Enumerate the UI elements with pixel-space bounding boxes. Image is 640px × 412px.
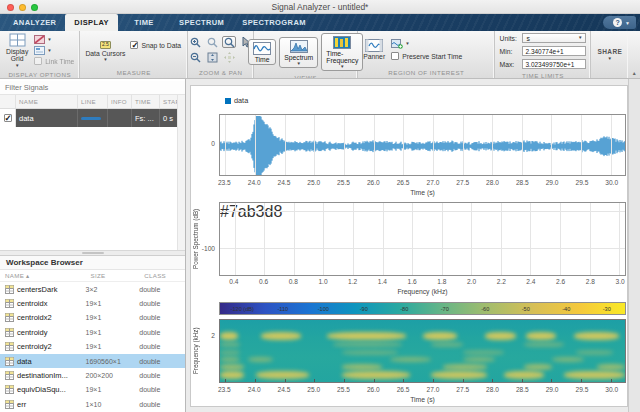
panner-button[interactable]: Panner	[363, 39, 385, 60]
tab-time[interactable]: TIME	[118, 14, 170, 31]
section-label: VIEWS	[254, 73, 357, 78]
workspace-column-header-size[interactable]: SIZE	[86, 270, 140, 281]
workspace-row-centersDark[interactable]: centersDark3×2double	[0, 282, 185, 296]
gridline	[412, 203, 413, 275]
snap-to-data-checkbox[interactable]: Snap to Data	[130, 41, 181, 49]
matrix-icon	[5, 313, 14, 322]
time-view-toggle[interactable]: Time	[248, 39, 276, 65]
workspace-row-centroidy[interactable]: centroidy19×1double	[0, 325, 185, 339]
column-header-info[interactable]: INFO	[108, 95, 132, 108]
column-header-time[interactable]: TIME	[132, 95, 160, 108]
share-button[interactable]: SHARE ▼	[591, 31, 628, 78]
spectrogram-x-ticks: 23.524.024.525.025.526.026.527.027.528.0…	[219, 386, 626, 395]
tab-display[interactable]: DISPLAY	[65, 14, 118, 31]
plot-region-scrollbar[interactable]	[628, 79, 640, 412]
workspace-row-centroidy2[interactable]: centroidy219×1double	[0, 340, 185, 354]
spectrogram-ylabel: Frequency (kHz)	[192, 319, 199, 383]
line-properties-button[interactable]: ▼	[34, 35, 74, 44]
x-tick-label: 24.0	[248, 179, 261, 186]
zoom-window-button[interactable]	[31, 4, 38, 11]
colorbar-label: -50	[522, 303, 530, 314]
x-tick-label: 2.8	[586, 278, 595, 285]
gridline	[581, 115, 582, 175]
workspace-row-err[interactable]: err1×10double	[0, 397, 185, 411]
spectrogram-band	[423, 332, 457, 340]
spectrogram-band	[220, 342, 240, 347]
workspace-column-header-name[interactable]: NAME ▴	[0, 270, 86, 281]
tab-spectrogram[interactable]: SPECTROGRAM	[233, 14, 315, 31]
spectrogram-band	[220, 357, 240, 363]
zoom-in-button[interactable]	[188, 36, 202, 48]
column-header-name[interactable]: NAME	[16, 95, 78, 108]
link-time-checkbox[interactable]: Link Time	[34, 57, 74, 65]
preserve-start-time-checkbox[interactable]: Preserve Start Time	[391, 52, 462, 60]
workspace-row-centroidx[interactable]: centroidx19×1double	[0, 296, 185, 310]
tick-mark	[463, 379, 464, 382]
data-cursors-icon: 2.5	[100, 41, 111, 49]
chevron-down-icon: ▼	[47, 49, 51, 53]
help-button[interactable]: ? ▼	[603, 16, 636, 29]
time-x-ticks: 23.524.024.525.025.526.026.527.027.528.0…	[219, 179, 626, 188]
x-tick-label: 26.5	[397, 179, 410, 186]
display-grid-button[interactable]: Display Grid ▼	[5, 33, 29, 68]
collapse-toolstrip-button[interactable]: ▲	[628, 31, 640, 78]
signal-table-header: NAMELINEINFOTIMESTART	[0, 95, 185, 109]
legend-button[interactable]: ▼	[34, 46, 74, 55]
signal-visible-checkbox[interactable]	[0, 109, 16, 127]
section-label: ZOOM & PAN	[188, 68, 253, 78]
gridline	[220, 248, 625, 249]
section-label: TIME LIMITS	[495, 71, 590, 78]
x-tick-label: 29.5	[575, 386, 588, 393]
workspace-row-centroidx2[interactable]: centroidx219×1double	[0, 311, 185, 325]
time-frequency-view-toggle[interactable]: Time-Frequency ▼	[321, 33, 363, 71]
spectrogram-band	[431, 342, 463, 347]
workspace-row-destinationIm[interactable]: destinationIm...200×200double	[0, 368, 185, 382]
filter-signals-input[interactable]: Filter Signals	[0, 81, 185, 95]
workspace-browser-title: Workspace Browser	[0, 256, 185, 270]
spectrum-view-icon	[290, 40, 308, 53]
spectrogram-band	[220, 332, 238, 340]
display-card: data 0 23.524.024.525.025.526.026.527.02…	[190, 85, 628, 407]
titlebar: Signal Analyzer - untitled*	[0, 0, 640, 14]
spectrogram-band	[552, 357, 584, 363]
close-window-button[interactable]	[7, 4, 14, 11]
gridline	[560, 203, 561, 275]
column-header-line[interactable]: LINE	[78, 95, 108, 108]
spectrogram-plot[interactable]	[219, 319, 626, 383]
minimize-window-button[interactable]	[19, 4, 26, 11]
spectrogram-band	[220, 364, 244, 370]
max-time-input[interactable]	[522, 59, 586, 69]
tab-spectrum[interactable]: SPECTRUM	[170, 14, 233, 31]
units-label: Units:	[499, 35, 519, 42]
fit-to-view-button[interactable]	[205, 51, 219, 63]
spectrum-view-toggle[interactable]: Spectrum ▼	[279, 37, 318, 68]
x-tick-label: 1.2	[348, 278, 357, 285]
data-cursors-button[interactable]: 2.5 Data Cursors ▼	[85, 41, 125, 62]
x-tick-label: 27.0	[427, 386, 440, 393]
gridline	[522, 115, 523, 175]
workspace-row-equivDiaSqu[interactable]: equivDiaSqu...19×1double	[0, 383, 185, 397]
spectrum-plot[interactable]: #7ab3d8	[219, 202, 626, 276]
zoom-xy-button[interactable]	[222, 36, 236, 48]
zoom-x-button[interactable]	[205, 36, 219, 48]
extract-signal-button[interactable]: ▼	[391, 39, 409, 49]
matrix-icon	[5, 342, 14, 351]
zoom-out-button[interactable]	[188, 51, 202, 63]
min-time-input[interactable]	[522, 46, 586, 56]
time-y-tick: 0	[193, 140, 215, 147]
chevron-down-icon: ▼	[405, 42, 409, 46]
matrix-icon	[5, 400, 14, 409]
spectrum-x-ticks: 0.40.60.81.01.21.41.61.82.02.22.42.62.83…	[219, 278, 626, 287]
colorbar-label: -110	[277, 303, 288, 314]
time-plot[interactable]	[219, 114, 626, 176]
pan-button[interactable]	[222, 51, 236, 63]
gridline	[619, 203, 620, 275]
units-select[interactable]: s ▼	[522, 33, 586, 43]
workspace-row-data[interactable]: data1690560×1double	[0, 354, 185, 368]
workspace-column-header-class[interactable]: CLASS	[139, 270, 185, 281]
signal-table-row[interactable]: dataFs: ...0 s	[0, 109, 185, 127]
chevron-down-icon: ▼	[340, 65, 344, 69]
gridline	[374, 115, 375, 175]
tab-analyzer[interactable]: ANALYZER	[4, 14, 65, 31]
signal-table-scrollbar[interactable]	[177, 95, 185, 250]
